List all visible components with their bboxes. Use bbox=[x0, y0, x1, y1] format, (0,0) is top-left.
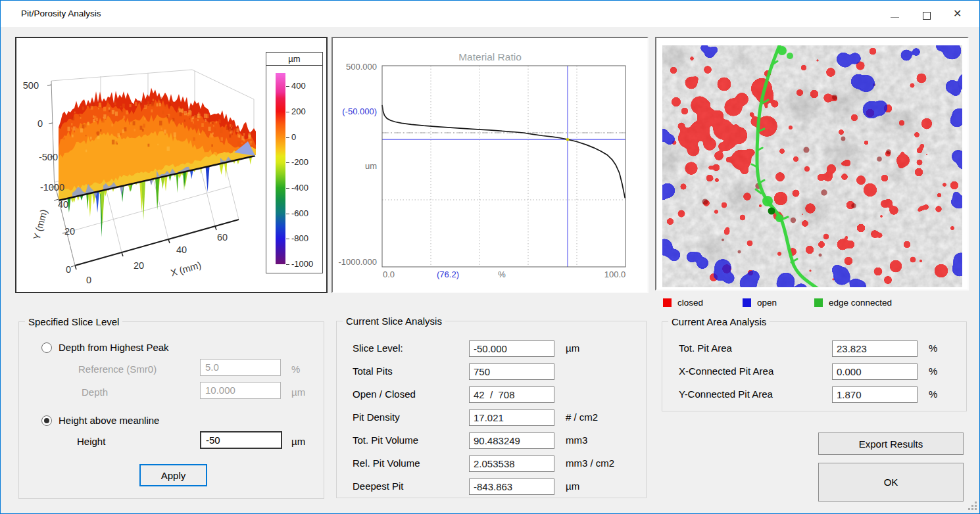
maximize-icon bbox=[923, 12, 931, 20]
x-tick-40: 40 bbox=[176, 245, 187, 255]
reference-input: 5.0 bbox=[200, 359, 281, 376]
maximize-button[interactable] bbox=[912, 1, 943, 27]
tot-pit-area-row-label: Tot. Pit Area bbox=[679, 342, 732, 354]
legend-edge-connected: edge connected bbox=[814, 298, 919, 308]
slice-level-unit: µm bbox=[566, 342, 579, 354]
deepest-pit-row-label: Deepest Pit bbox=[353, 480, 404, 492]
x-connected-value[interactable]: 0.000 bbox=[832, 363, 918, 380]
colorbar-gradient bbox=[276, 73, 285, 264]
tot-pit-area-unit: % bbox=[929, 342, 937, 354]
pit-density-value[interactable]: 17.021 bbox=[469, 409, 554, 426]
mr-y-unit-label: um bbox=[336, 161, 377, 171]
mr-y-top-label: 500.000 bbox=[336, 62, 377, 72]
height-colorbar: µm 400 200 0 -200 -400 -600 -800 -1000 bbox=[266, 52, 323, 273]
rel-pit-volume-value[interactable]: 2.053538 bbox=[469, 456, 554, 472]
x-tick-0: 0 bbox=[86, 275, 91, 285]
radio-depth-label: Depth from Highest Peak bbox=[59, 342, 169, 353]
open-closed-value[interactable]: 42 / 708 bbox=[469, 386, 554, 403]
slice-level-value[interactable]: -50.000 bbox=[469, 340, 554, 357]
x-axis-line bbox=[75, 220, 239, 266]
deepest-pit-unit: µm bbox=[566, 480, 579, 492]
legend-closed: closed bbox=[663, 298, 735, 308]
legend-open-label: open bbox=[757, 298, 777, 308]
tot-pit-volume-row-label: Tot. Pit Volume bbox=[353, 434, 418, 446]
open-color-swatch bbox=[743, 298, 751, 307]
closed-color-swatch bbox=[663, 298, 672, 307]
x-tick-60: 60 bbox=[217, 232, 228, 243]
x-axis-title: X (mm) bbox=[170, 260, 203, 278]
z-tick--1000: -1000 bbox=[40, 182, 64, 193]
close-button[interactable]: ✕ bbox=[944, 1, 974, 27]
surface-plot-panel: 500 0 -500 -1000 0 20 40 0 20 40 60 X (m… bbox=[15, 37, 328, 293]
x-connected-unit: % bbox=[929, 365, 937, 377]
group-title: Current Area Analysis bbox=[668, 316, 770, 327]
height-unit: µm bbox=[291, 436, 305, 447]
current-slice-analysis-group: Current Slice Analysis Slice Level: -50.… bbox=[336, 321, 647, 498]
radio-depth-from-highest-peak[interactable] bbox=[41, 342, 52, 353]
edge-connected-color-swatch bbox=[814, 298, 823, 307]
colorbar-tick: 0 bbox=[291, 132, 296, 142]
minimize-button[interactable] bbox=[879, 1, 910, 27]
z-tick-0: 0 bbox=[37, 118, 43, 129]
area-image-panel bbox=[655, 37, 969, 291]
mr-y-bottom-label: -1000.000 bbox=[336, 257, 377, 267]
reference-label: Reference (Smr0) bbox=[78, 363, 157, 375]
mr-x-right-label: 100.0 bbox=[600, 269, 629, 279]
colorbar-tick: -400 bbox=[291, 183, 308, 193]
y-connected-unit: % bbox=[929, 388, 937, 400]
group-title: Specified Slice Level bbox=[25, 316, 122, 327]
legend-open: open bbox=[743, 298, 808, 308]
y-connected-value[interactable]: 1.870 bbox=[832, 386, 918, 403]
mr-x-left-label: 0.0 bbox=[376, 269, 402, 279]
height-label: Height bbox=[77, 436, 105, 447]
resize-grip[interactable] bbox=[968, 502, 977, 511]
pit-density-unit: # / cm2 bbox=[566, 411, 598, 423]
specified-slice-level-group: Specified Slice Level Depth from Highest… bbox=[18, 321, 324, 499]
depth-unit: µm bbox=[291, 386, 305, 398]
export-results-button[interactable]: Export Results bbox=[818, 432, 964, 455]
y-connected-row-label: Y-Connected Pit Area bbox=[679, 388, 773, 400]
y-axis-title: Y (mm) bbox=[31, 208, 49, 241]
slice-level-row-label: Slice Level: bbox=[353, 342, 403, 354]
ok-button[interactable]: OK bbox=[818, 463, 964, 502]
total-pits-row-label: Total Pits bbox=[353, 365, 393, 377]
open-closed-row-label: Open / Closed bbox=[353, 388, 416, 400]
tot-pit-volume-value[interactable]: 90.483249 bbox=[469, 432, 554, 449]
radio-height-above-meanline[interactable] bbox=[41, 415, 52, 426]
reference-unit: % bbox=[291, 363, 300, 375]
rel-pit-volume-unit: mm3 / cm2 bbox=[566, 457, 614, 469]
tot-pit-area-value[interactable]: 23.823 bbox=[832, 340, 918, 357]
pit-density-row-label: Pit Density bbox=[353, 411, 400, 423]
tot-pit-volume-unit: mm3 bbox=[566, 434, 587, 446]
x-connected-row-label: X-Connected Pit Area bbox=[679, 365, 773, 377]
current-area-analysis-group: Current Area Analysis Tot. Pit Area 23.8… bbox=[662, 321, 967, 411]
colorbar-tick: -800 bbox=[291, 233, 308, 243]
apply-button[interactable]: Apply bbox=[139, 464, 207, 486]
colorbar-tick: 400 bbox=[291, 81, 306, 91]
mr-slice-level-label: (-50.000) bbox=[336, 106, 377, 116]
legend-closed-label: closed bbox=[677, 298, 703, 308]
group-title: Current Slice Analysis bbox=[343, 315, 445, 327]
radio-height-label: Height above meanline bbox=[59, 415, 159, 426]
title-bar: Pit/Porosity Analysis ✕ bbox=[1, 1, 979, 27]
pit-segmentation-image bbox=[662, 45, 962, 287]
colorbar-tick: -200 bbox=[291, 157, 308, 167]
dialog-window: Pit/Porosity Analysis ✕ bbox=[0, 0, 980, 514]
x-tick-20: 20 bbox=[134, 260, 144, 271]
colorbar-unit: µm bbox=[266, 53, 322, 66]
height-input[interactable]: -50 bbox=[200, 431, 282, 449]
depth-label: Depth bbox=[82, 386, 108, 398]
minimize-icon bbox=[891, 17, 899, 18]
close-icon: ✕ bbox=[953, 8, 962, 20]
total-pits-value[interactable]: 750 bbox=[469, 363, 554, 380]
material-ratio-panel: Material Ratio 500.000 (-50.000) um -100… bbox=[331, 37, 649, 293]
window-title: Pit/Porosity Analysis bbox=[21, 9, 101, 18]
z-tick--500: -500 bbox=[39, 152, 58, 162]
mr-x-unit-label: % bbox=[492, 269, 512, 279]
deepest-pit-value[interactable]: -843.863 bbox=[469, 479, 554, 495]
depth-input: 10.000 bbox=[200, 382, 281, 399]
rel-pit-volume-row-label: Rel. Pit Volume bbox=[353, 457, 420, 469]
y-tick-40: 40 bbox=[58, 199, 68, 210]
z-tick-500: 500 bbox=[23, 80, 39, 91]
y-tick-0: 0 bbox=[66, 264, 71, 275]
